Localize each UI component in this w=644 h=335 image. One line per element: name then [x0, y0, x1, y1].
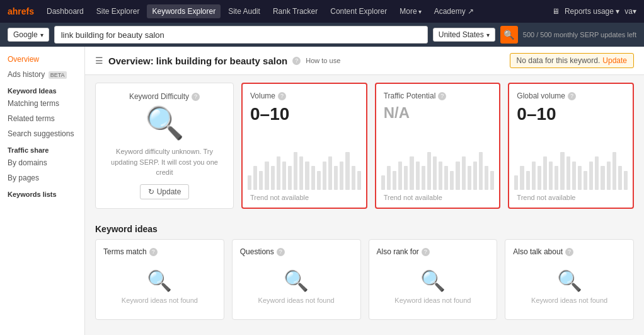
- volume-card-label: Volume ?: [250, 91, 359, 100]
- no-data-update-link[interactable]: Update: [602, 56, 627, 65]
- also-rank-for-label: Also rank for ?: [377, 247, 490, 256]
- kd-search-icon: 🔍: [145, 105, 184, 141]
- nav-rank-tracker[interactable]: Rank Tracker: [268, 4, 323, 18]
- kd-update-button[interactable]: ↻ Update: [140, 184, 190, 199]
- sidebar-heading-keyword-ideas: Keyword Ideas: [0, 82, 84, 96]
- engine-label: Google: [13, 30, 38, 39]
- sidebar-item-ads-history[interactable]: Ads history BETA: [0, 67, 84, 82]
- country-select[interactable]: United States ▾: [433, 28, 495, 42]
- nav-keywords-explorer[interactable]: Keywords Explorer: [147, 4, 221, 18]
- overview-title: Overview: link building for beauty salon: [108, 56, 287, 66]
- engine-select[interactable]: Google ▾: [8, 28, 49, 42]
- no-data-text: No data for this keyword.: [517, 56, 601, 65]
- global-trend-label: Trend not available: [517, 194, 575, 201]
- country-chevron-icon: ▾: [486, 32, 490, 38]
- no-data-banner: No data for this keyword. Update: [510, 53, 634, 68]
- traffic-chart: [376, 139, 500, 190]
- search-button[interactable]: 🔍: [500, 26, 518, 44]
- global-volume-card: Global volume ? 0–10 Trend not available: [508, 83, 634, 209]
- traffic-info-icon[interactable]: ?: [438, 92, 446, 100]
- kd-body-text: Keyword difficulty unknown. Try updating…: [103, 146, 226, 178]
- terms-match-info-icon[interactable]: ?: [149, 248, 158, 256]
- also-talk-search-icon: 🔍: [557, 269, 582, 293]
- sidebar-heading-keywords-lists: Keywords lists: [0, 185, 84, 199]
- questions-not-found-text: Keyword ideas not found: [258, 297, 335, 304]
- also-talk-about-label: Also talk about ?: [513, 247, 626, 256]
- country-label: United States: [439, 30, 484, 39]
- how-to-use-link[interactable]: How to use: [306, 57, 340, 64]
- nav-site-audit[interactable]: Site Audit: [223, 4, 265, 18]
- kd-card-label: Keyword Difficulty ?: [129, 92, 200, 101]
- engine-chevron-icon: ▾: [40, 32, 43, 38]
- global-chart: [509, 139, 633, 190]
- also-rank-search-icon: 🔍: [420, 269, 446, 293]
- terms-match-search-icon: 🔍: [147, 269, 172, 293]
- also-talk-not-found-text: Keyword ideas not found: [531, 297, 607, 304]
- beta-badge: BETA: [49, 71, 67, 79]
- refresh-icon: ↻: [148, 187, 154, 196]
- cards-row: Keyword Difficulty ? 🔍 Keyword difficult…: [95, 83, 634, 209]
- metrics-cards-area: Keyword Difficulty ? 🔍 Keyword difficult…: [85, 75, 644, 216]
- main-layout: Overview Ads history BETA Keyword Ideas …: [0, 47, 644, 335]
- also-talk-not-found: 🔍 Keyword ideas not found: [513, 261, 626, 312]
- global-volume-label: Global volume ?: [517, 91, 625, 100]
- also-rank-not-found: 🔍 Keyword ideas not found: [377, 261, 490, 312]
- global-volume-value: 0–10: [517, 104, 625, 124]
- sidebar-item-matching-terms[interactable]: Matching terms: [0, 96, 84, 111]
- keyword-search-input[interactable]: [54, 26, 428, 44]
- kd-info-icon[interactable]: ?: [192, 93, 200, 101]
- how-to-use-label: How to use: [306, 57, 340, 64]
- sidebar-item-by-domains[interactable]: By domains: [0, 155, 84, 170]
- sidebar-item-overview[interactable]: Overview: [0, 52, 84, 67]
- also-rank-not-found-text: Keyword ideas not found: [394, 297, 471, 304]
- nav-right-area: 🖥 Reports usage ▾ va▾: [552, 7, 636, 16]
- sidebar-item-by-pages[interactable]: By pages: [0, 170, 84, 185]
- volume-card: Volume ? 0–10 Trend not available: [241, 83, 367, 209]
- main-content: ☰ Overview: link building for beauty sal…: [85, 47, 644, 335]
- user-menu-button[interactable]: va▾: [624, 7, 636, 16]
- terms-match-card: Terms match ? 🔍 Keyword ideas not found: [95, 239, 224, 320]
- volume-trend-label: Trend not available: [250, 194, 309, 201]
- volume-info-icon[interactable]: ?: [278, 92, 286, 100]
- reports-usage-button[interactable]: Reports usage ▾: [565, 7, 619, 16]
- ahrefs-logo: ahrefs: [8, 6, 34, 16]
- search-bar: Google ▾ United States ▾ 🔍 500 / 500 mon…: [0, 23, 644, 47]
- sidebar: Overview Ads history BETA Keyword Ideas …: [0, 47, 85, 335]
- traffic-potential-value: N/A: [384, 104, 492, 122]
- nav-dashboard[interactable]: Dashboard: [42, 4, 89, 18]
- terms-match-label: Terms match ?: [103, 247, 216, 256]
- also-talk-info-icon[interactable]: ?: [565, 248, 573, 256]
- questions-not-found: 🔍 Keyword ideas not found: [240, 261, 353, 312]
- nav-more[interactable]: More ▾: [394, 4, 426, 18]
- traffic-potential-card: Traffic Potential ? N/A Trend not availa…: [375, 83, 501, 209]
- questions-card: Questions ? 🔍 Keyword ideas not found: [232, 239, 361, 320]
- questions-search-icon: 🔍: [284, 269, 309, 293]
- nav-more-label: More: [400, 7, 417, 16]
- overview-header: ☰ Overview: link building for beauty sal…: [85, 47, 644, 75]
- volume-chart: [243, 139, 366, 190]
- terms-match-not-found-text: Keyword ideas not found: [122, 297, 198, 304]
- monitor-icon: 🖥: [552, 7, 560, 16]
- nav-content-explorer[interactable]: Content Explorer: [325, 4, 392, 18]
- keyword-ideas-grid: Terms match ? 🔍 Keyword ideas not found …: [85, 239, 644, 327]
- global-info-icon[interactable]: ?: [568, 92, 576, 100]
- traffic-potential-label: Traffic Potential ?: [384, 91, 492, 100]
- also-rank-for-card: Also rank for ? 🔍 Keyword ideas not foun…: [369, 239, 498, 320]
- search-credits: 500 / 500 monthly SERP updates left: [523, 31, 636, 38]
- overview-info-icon[interactable]: ?: [292, 57, 301, 65]
- nav-academy[interactable]: Academy ↗: [429, 4, 479, 18]
- top-navigation: ahrefs Dashboard Site Explorer Keywords …: [0, 0, 644, 23]
- chevron-down-icon: ▾: [418, 8, 422, 15]
- sidebar-item-search-suggestions[interactable]: Search suggestions: [0, 126, 84, 141]
- also-rank-info-icon[interactable]: ?: [422, 248, 430, 256]
- keyword-difficulty-card: Keyword Difficulty ? 🔍 Keyword difficult…: [95, 83, 234, 209]
- hamburger-icon[interactable]: ☰: [95, 56, 103, 66]
- keyword-ideas-section-title: Keyword ideas: [85, 216, 644, 239]
- questions-label: Questions ?: [240, 247, 353, 256]
- sidebar-item-related-terms[interactable]: Related terms: [0, 111, 84, 126]
- terms-match-not-found: 🔍 Keyword ideas not found: [103, 261, 216, 312]
- traffic-trend-label: Trend not available: [384, 194, 442, 201]
- questions-info-icon[interactable]: ?: [277, 248, 285, 256]
- volume-value: 0–10: [250, 104, 359, 124]
- nav-site-explorer[interactable]: Site Explorer: [91, 4, 145, 18]
